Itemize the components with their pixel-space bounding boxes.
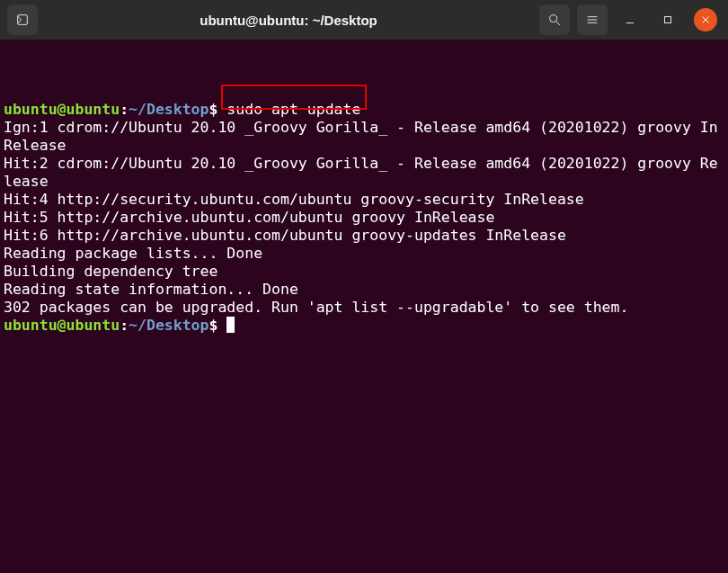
prompt-colon: : xyxy=(120,317,129,334)
titlebar: ubuntu@ubuntu: ~/Desktop xyxy=(0,0,728,40)
svg-rect-0 xyxy=(18,15,28,25)
output-line: Ign:1 cdrom://Ubuntu 20.10 _Groovy Goril… xyxy=(4,119,724,155)
prompt-symbol: $ xyxy=(209,317,218,334)
output-line: Building dependency tree xyxy=(4,263,724,281)
maximize-button[interactable] xyxy=(653,4,683,35)
minimize-button[interactable] xyxy=(615,4,645,35)
prompt-user: ubuntu@ubuntu xyxy=(4,317,120,334)
prompt-symbol: $ xyxy=(209,101,218,118)
svg-rect-7 xyxy=(665,17,671,23)
terminal-window: ubuntu@ubuntu: ~/Desktop ubuntu@ubuntu:~… xyxy=(0,0,728,573)
output-line: Hit:4 http://security.ubuntu.com/ubuntu … xyxy=(4,191,724,209)
terminal-body[interactable]: ubuntu@ubuntu:~/Desktop$ sudo apt update… xyxy=(0,40,728,573)
output-line: Reading state information... Done xyxy=(4,281,724,299)
output-line: Hit:2 cdrom://Ubuntu 20.10 _Groovy Goril… xyxy=(4,155,724,191)
prompt-user: ubuntu@ubuntu xyxy=(4,101,120,118)
cursor xyxy=(226,317,235,333)
output-line: 302 packages can be upgraded. Run 'apt l… xyxy=(4,299,724,317)
menu-button[interactable] xyxy=(577,4,608,35)
command-text: sudo apt update xyxy=(226,101,360,118)
new-tab-button[interactable] xyxy=(7,4,38,35)
prompt-line-2: ubuntu@ubuntu:~/Desktop$ xyxy=(4,317,724,335)
close-button[interactable] xyxy=(694,8,717,31)
svg-point-1 xyxy=(550,15,557,22)
svg-line-2 xyxy=(556,22,560,25)
prompt-line-1: ubuntu@ubuntu:~/Desktop$ sudo apt update xyxy=(4,101,724,119)
titlebar-right xyxy=(539,4,721,35)
output-line: Hit:5 http://archive.ubuntu.com/ubuntu g… xyxy=(4,209,724,227)
output-line: Hit:6 http://archive.ubuntu.com/ubuntu g… xyxy=(4,227,724,245)
prompt-path: ~/Desktop xyxy=(129,317,209,334)
prompt-path: ~/Desktop xyxy=(129,101,209,118)
output-line: Reading package lists... Done xyxy=(4,245,724,263)
window-title: ubuntu@ubuntu: ~/Desktop xyxy=(45,13,532,28)
search-button[interactable] xyxy=(539,4,570,35)
prompt-colon: : xyxy=(120,101,129,118)
